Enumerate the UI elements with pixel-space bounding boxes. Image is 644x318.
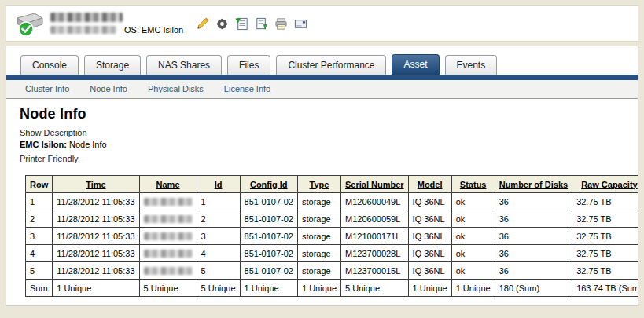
cell-serial-number: M123700028L [341, 245, 409, 262]
tab-bar: ConsoleStorageNAS SharesFilesCluster Per… [6, 46, 638, 75]
show-description-link[interactable]: Show Description [20, 128, 87, 137]
cell-status: ok [451, 228, 495, 245]
cell-type: 1 Unique [297, 280, 340, 297]
cell-model: IQ 36NL [408, 262, 451, 280]
column-header-label: Id [215, 180, 223, 189]
redacted-node-name [144, 198, 193, 206]
column-header-status[interactable]: Status [451, 176, 495, 193]
column-header-label: Number of Disks [499, 180, 568, 189]
cell-id: 3 [197, 228, 240, 245]
cell-number-of-disks: 36 [495, 228, 572, 245]
tab-console[interactable]: Console [20, 55, 79, 75]
settings-gear-icon[interactable] [214, 16, 230, 31]
cell-name [139, 262, 197, 280]
cell-id: 2 [197, 210, 240, 228]
page-title: Node Info [20, 106, 638, 122]
edit-pencil-icon[interactable] [194, 16, 210, 31]
table-row: 311/28/2012 11:05:333851-0107-02storageM… [26, 228, 639, 245]
column-header-serial-number[interactable]: Serial Number [341, 176, 409, 193]
cell-model: IQ 36NL [408, 228, 451, 245]
column-header-model[interactable]: Model [408, 176, 451, 193]
tab-cluster-performance[interactable]: Cluster Performance [276, 55, 386, 75]
column-header-raw-capacity[interactable]: Raw Capacity [572, 176, 638, 193]
cell-serial-number: M120600059L [341, 210, 409, 228]
cell-serial-number: M120600049L [341, 193, 409, 210]
cell-time: 11/28/2012 11:05:33 [53, 210, 139, 228]
cell-row: 2 [26, 210, 53, 228]
cell-number-of-disks: 36 [495, 210, 572, 228]
cell-serial-number: 5 Unique [341, 280, 409, 297]
column-header-id[interactable]: Id [197, 176, 240, 193]
column-header-type[interactable]: Type [297, 176, 340, 193]
cell-raw-capacity: 32.75 TB [572, 262, 638, 280]
cell-row: 4 [26, 245, 53, 262]
cell-time: 1 Unique [53, 280, 139, 297]
cell-time: 11/28/2012 11:05:33 [53, 262, 139, 280]
cell-name [139, 228, 197, 245]
subnav-link-physical-disks[interactable]: Physical Disks [148, 84, 204, 93]
export-copy-icon[interactable] [253, 16, 269, 31]
tab-files[interactable]: Files [227, 55, 270, 75]
column-header-label: Time [86, 180, 105, 189]
tab-asset[interactable]: Asset [392, 54, 439, 75]
subnav: Cluster InfoNode InfoPhysical DisksLicen… [6, 80, 638, 99]
report-icon[interactable] [234, 16, 249, 31]
subnav-link-node-info[interactable]: Node Info [90, 84, 127, 93]
source-line: EMC Isilon: Node Info [20, 140, 638, 149]
subnav-link-cluster-info[interactable]: Cluster Info [25, 84, 69, 93]
print-icon[interactable] [273, 16, 289, 31]
cell-config-id: 851-0107-02 [240, 262, 297, 280]
column-header-name[interactable]: Name [139, 176, 197, 193]
tab-events[interactable]: Events [445, 55, 498, 75]
cell-model: IQ 36NL [408, 245, 451, 262]
cell-type: storage [297, 262, 340, 280]
cell-status: ok [451, 193, 495, 210]
table-row: 111/28/2012 11:05:331851-0107-02storageM… [26, 193, 639, 210]
cell-row: Sum [26, 280, 53, 297]
cell-time: 11/28/2012 11:05:33 [53, 193, 139, 210]
cell-id: 1 [197, 193, 240, 210]
cell-config-id: 851-0107-02 [240, 228, 297, 245]
redacted-node-name [144, 250, 193, 258]
cell-id: 5 [197, 262, 240, 280]
column-header-number-of-disks[interactable]: Number of Disks [495, 176, 572, 193]
cell-config-id: 851-0107-02 [240, 193, 297, 210]
email-icon[interactable] [293, 16, 308, 31]
os-label: OS: EMC Isilon [124, 25, 183, 35]
device-header-bar: OS: EMC Isilon [6, 5, 638, 42]
cell-raw-capacity: 163.74 TB (Sum) [572, 280, 638, 297]
column-header-row: Row [26, 176, 53, 193]
tab-nas-shares[interactable]: NAS Shares [146, 55, 222, 75]
cell-raw-capacity: 32.75 TB [572, 193, 638, 210]
column-header-label: Status [460, 180, 487, 189]
cell-time: 11/28/2012 11:05:33 [53, 228, 139, 245]
cell-row: 3 [26, 228, 53, 245]
main-content: Node Info Show Description EMC Isilon: N… [6, 99, 638, 297]
cell-type: storage [297, 193, 340, 210]
cell-id: 4 [197, 245, 240, 262]
cell-serial-number: M121000171L [341, 228, 409, 245]
printer-friendly-link[interactable]: Printer Friendly [20, 154, 79, 163]
tab-storage[interactable]: Storage [84, 55, 141, 75]
cell-name [139, 193, 197, 210]
cell-number-of-disks: 36 [495, 193, 572, 210]
device-ip-redacted [50, 26, 116, 34]
cell-number-of-disks: 36 [495, 262, 572, 280]
subnav-link-license-info[interactable]: License Info [224, 84, 270, 93]
cell-type: storage [297, 210, 340, 228]
column-header-config-id[interactable]: Config Id [240, 176, 297, 193]
column-header-label: Config Id [250, 180, 288, 189]
column-header-time[interactable]: Time [53, 176, 139, 193]
tab-accent-bar [6, 75, 638, 80]
cell-serial-number: M123700015L [341, 262, 409, 280]
source-label: EMC Isilon: [20, 140, 67, 149]
cell-type: storage [297, 245, 340, 262]
table-row: 511/28/2012 11:05:335851-0107-02storageM… [26, 262, 639, 280]
table-row: 411/28/2012 11:05:334851-0107-02storageM… [26, 245, 639, 262]
cell-status: ok [451, 210, 495, 228]
cell-raw-capacity: 32.75 TB [572, 228, 638, 245]
table-row: 211/28/2012 11:05:332851-0107-02storageM… [26, 210, 639, 228]
device-icon [14, 9, 46, 38]
cell-config-id: 851-0107-02 [240, 245, 297, 262]
column-header-label: Name [156, 180, 180, 189]
